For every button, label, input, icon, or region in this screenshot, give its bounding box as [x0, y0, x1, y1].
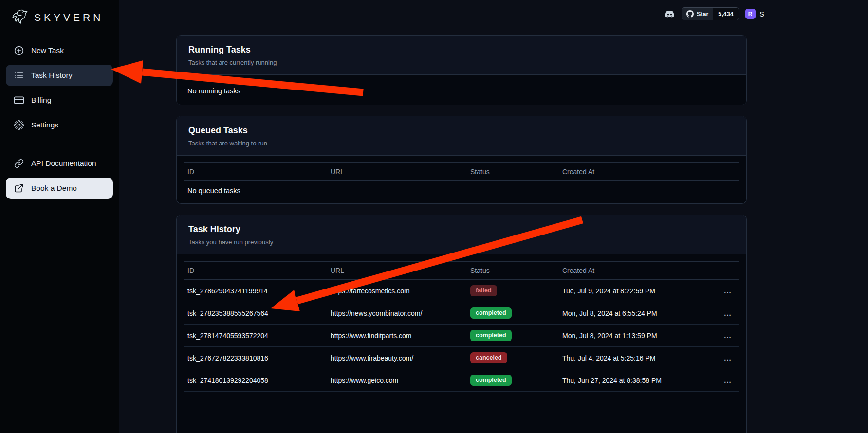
card-title: Task History: [188, 224, 735, 235]
row-menu-button[interactable]: ...: [712, 376, 739, 384]
sidebar-item-api-documentation[interactable]: API Documentation: [6, 153, 113, 174]
task-history-body: ID URL Status Created At tsk_27862904374…: [177, 254, 746, 433]
table-row[interactable]: tsk_274180139292204058 https://www.geico…: [184, 369, 739, 392]
task-id: tsk_278147405593572204: [184, 332, 327, 340]
sidebar-item-label: Settings: [31, 121, 58, 129]
status-badge: failed: [470, 285, 497, 296]
sidebar-item-task-history[interactable]: Task History: [6, 65, 113, 86]
column-header-id: ID: [184, 168, 327, 176]
avatar[interactable]: R: [745, 9, 756, 19]
task-url: https://www.tirabeauty.com/: [327, 354, 466, 362]
task-created-at: Mon, Jul 8, 2024 at 1:13:59 PM: [558, 332, 712, 340]
sidebar-item-label: Billing: [31, 96, 51, 105]
running-tasks-body: No running tasks: [177, 75, 746, 105]
sidebar-item-billing[interactable]: Billing: [6, 90, 113, 111]
task-url: https://tartecosmetics.com: [327, 287, 466, 295]
credit-card-icon: [14, 95, 24, 105]
table-filler: [184, 392, 739, 433]
card-subtitle: Tasks that are currently running: [188, 59, 735, 66]
sidebar-divider: [7, 144, 112, 144]
gear-icon: [14, 120, 24, 130]
running-tasks-card: Running Tasks Tasks that are currently r…: [176, 35, 747, 105]
brand-logo[interactable]: SKYVERN: [6, 5, 113, 40]
queued-tasks-header: Queued Tasks Tasks that are waiting to r…: [177, 116, 746, 156]
task-id: tsk_276727822333810816: [184, 354, 327, 362]
row-menu-button[interactable]: ...: [712, 287, 739, 295]
card-subtitle: Tasks you have run previously: [188, 238, 735, 246]
row-menu-button[interactable]: ...: [712, 331, 739, 340]
card-title: Running Tasks: [188, 45, 735, 55]
sidebar-nav: New Task Task History Billing Settings: [6, 40, 113, 136]
column-header-url: URL: [327, 267, 466, 274]
user-name-partial: S: [760, 10, 764, 18]
queued-tasks-body: ID URL Status Created At No queued tasks: [177, 156, 746, 203]
card-title: Queued Tasks: [188, 126, 735, 136]
skyvern-dragon-icon: [9, 7, 30, 28]
row-menu-button[interactable]: ...: [712, 354, 739, 362]
table-header-row: ID URL Status Created At: [184, 162, 739, 181]
status-badge: canceled: [470, 352, 507, 363]
task-url: https://www.finditparts.com: [327, 332, 466, 340]
status-badge: completed: [470, 330, 512, 341]
task-created-at: Mon, Jul 8, 2024 at 6:55:24 PM: [558, 309, 712, 317]
sidebar: SKYVERN New Task Task History Billing Se…: [0, 0, 119, 433]
github-star-count: 5,434: [713, 8, 738, 20]
sidebar-item-book-a-demo[interactable]: Book a Demo: [6, 178, 113, 199]
row-menu-button[interactable]: ...: [712, 309, 739, 317]
table-header-row: ID URL Status Created At: [184, 261, 739, 280]
plus-circle-icon: [14, 46, 24, 55]
sidebar-item-new-task[interactable]: New Task: [6, 40, 113, 61]
task-created-at: Tue, Jul 9, 2024 at 8:22:59 PM: [558, 287, 712, 295]
link-icon: [14, 159, 24, 168]
running-tasks-header: Running Tasks Tasks that are currently r…: [177, 36, 746, 75]
task-created-at: Thu, Jul 4, 2024 at 5:25:16 PM: [558, 354, 712, 362]
table-row[interactable]: tsk_278147405593572204 https://www.findi…: [184, 325, 739, 347]
task-id: tsk_278629043741199914: [184, 287, 327, 295]
table-row[interactable]: tsk_278235388555267564 https://news.ycom…: [184, 302, 739, 325]
task-id: tsk_278235388555267564: [184, 309, 327, 317]
column-header-id: ID: [184, 267, 327, 274]
sidebar-item-label: Task History: [31, 71, 72, 80]
card-subtitle: Tasks that are waiting to run: [188, 140, 735, 147]
empty-state-text: No queued tasks: [184, 181, 739, 197]
column-header-url: URL: [327, 168, 466, 176]
sidebar-item-settings[interactable]: Settings: [6, 114, 113, 136]
external-link-icon: [14, 183, 24, 193]
queued-tasks-card: Queued Tasks Tasks that are waiting to r…: [176, 116, 747, 204]
sidebar-item-label: API Documentation: [31, 159, 96, 168]
github-icon: [686, 10, 694, 18]
task-url: https://www.geico.com: [327, 377, 466, 384]
list-icon: [14, 71, 24, 80]
status-badge: completed: [470, 375, 512, 386]
app-root: SKYVERN New Task Task History Billing Se…: [0, 0, 868, 433]
empty-state-text: No running tasks: [184, 82, 739, 98]
table-row[interactable]: tsk_278629043741199914 https://tartecosm…: [184, 280, 739, 302]
column-header-status: Status: [466, 267, 558, 274]
github-star-button[interactable]: Star 5,434: [682, 7, 739, 20]
table-row[interactable]: tsk_276727822333810816 https://www.tirab…: [184, 347, 739, 369]
task-url: https://news.ycombinator.com/: [327, 309, 466, 317]
sidebar-item-label: New Task: [31, 46, 64, 55]
task-history-card: Task History Tasks you have run previous…: [176, 215, 747, 433]
discord-icon[interactable]: [664, 10, 675, 18]
status-badge: completed: [470, 307, 512, 319]
task-history-header: Task History Tasks you have run previous…: [177, 215, 746, 254]
sidebar-item-label: Book a Demo: [31, 184, 77, 193]
topbar: Star 5,434 R S: [664, 7, 764, 20]
brand-name: SKYVERN: [34, 12, 103, 23]
task-id: tsk_274180139292204058: [184, 377, 327, 384]
github-star-label: Star: [697, 11, 708, 18]
main-content: Running Tasks Tasks that are currently r…: [176, 35, 747, 433]
column-header-status: Status: [466, 168, 558, 176]
column-header-created-at: Created At: [558, 267, 712, 274]
task-created-at: Thu, Jun 27, 2024 at 8:38:58 PM: [558, 377, 712, 384]
column-header-created-at: Created At: [558, 168, 712, 176]
